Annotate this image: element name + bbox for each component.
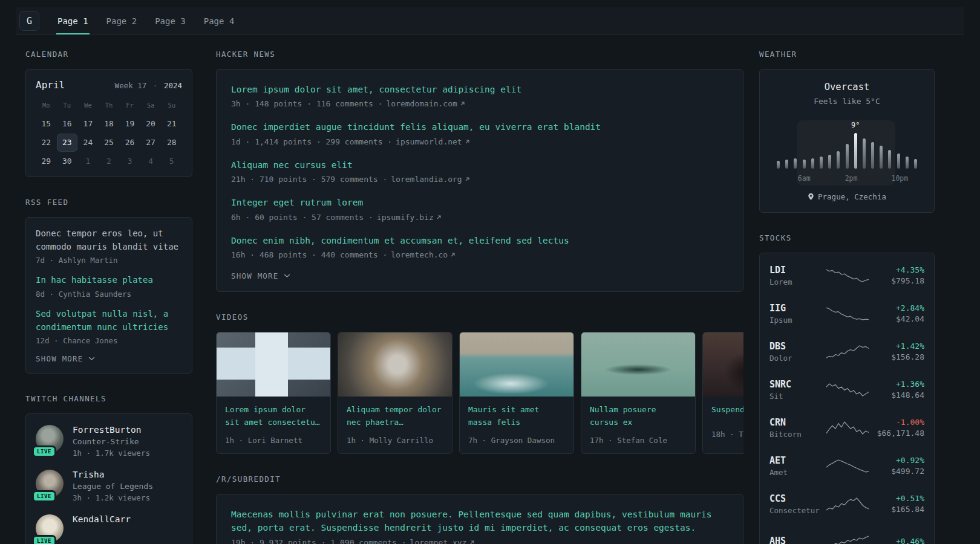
calendar-day: 26 bbox=[119, 134, 140, 152]
channel-info: Trisha League of Legends 3h · 1.2k viewe… bbox=[73, 470, 153, 502]
hackernews-item-title[interactable]: Integer eget rutrum lorem bbox=[231, 196, 728, 209]
hackernews-item-domain[interactable]: loremdomain.com bbox=[386, 99, 465, 108]
domain-text: loremlandia.org bbox=[391, 175, 462, 184]
external-link-icon bbox=[469, 540, 475, 544]
stocks-section-title: STOCKS bbox=[759, 233, 935, 243]
subreddit-post-meta: 19h · 9,932 points · 1,090 comments · lo… bbox=[231, 538, 728, 544]
weather-condition: Overcast bbox=[771, 82, 923, 92]
video-title[interactable]: Aliquam tempor dolor nec phaetra… bbox=[338, 397, 452, 430]
hackernews-item: Donec enim nibh, condimentum et accumsan… bbox=[231, 234, 728, 259]
video-title[interactable]: Nullam posuere cursus ex bbox=[581, 397, 695, 430]
twitch-channel[interactable]: LIVE KendallCarr bbox=[36, 514, 182, 542]
video-thumbnail[interactable] bbox=[460, 332, 573, 397]
video-card[interactable]: Lorem ipsum dolor sit amet consectetu… 1… bbox=[216, 332, 331, 454]
video-card[interactable]: Nullam posuere cursus ex 17h · Stefan Co… bbox=[581, 332, 696, 454]
video-title[interactable]: Mauris sit amet massa felis bbox=[460, 397, 573, 430]
hackernews-item-title[interactable]: Donec imperdiet augue tincidunt felis al… bbox=[231, 120, 728, 134]
weekday-label: Mo bbox=[36, 99, 57, 114]
calendar-day: 28 bbox=[161, 134, 182, 152]
subreddit-section: /R/SUBREDDIT Maecenas mollis pulvinar er… bbox=[216, 474, 743, 544]
channel-game: League of Legends bbox=[73, 482, 153, 491]
subreddit-post-domain[interactable]: loremnet.xyz bbox=[410, 538, 475, 544]
rss-item-title[interactable]: Sed volutpat nulla nisl, a condimentum n… bbox=[36, 308, 182, 334]
calendar-day-next-month: 4 bbox=[140, 152, 162, 170]
stock-sparkline bbox=[826, 497, 869, 511]
hackernews-item-domain[interactable]: ipsumworld.net bbox=[396, 137, 470, 146]
video-card[interactable]: Suspendisse diam 18h · Tara bbox=[702, 332, 743, 454]
video-title[interactable]: Lorem ipsum dolor sit amet consectetu… bbox=[217, 397, 330, 430]
middle-column: HACKER NEWS Lorem ipsum dolor sit amet, … bbox=[216, 50, 743, 544]
stock-change: +1.42% bbox=[869, 342, 924, 351]
hackernews-show-more-button[interactable]: SHOW MORE bbox=[231, 271, 728, 280]
stock-symbol: AHS bbox=[769, 536, 826, 544]
video-thumbnail[interactable] bbox=[338, 332, 452, 397]
calendar-day: 15 bbox=[36, 115, 57, 133]
hackernews-item-domain[interactable]: loremtech.co bbox=[391, 250, 456, 259]
twitch-channel[interactable]: LIVE ForrestBurton Counter-Strike 1h · 1… bbox=[36, 425, 182, 458]
calendar-section-title: CALENDAR bbox=[25, 50, 192, 59]
stock-row[interactable]: IIGIpsum +2.84%$42.04 bbox=[769, 294, 924, 332]
rss-item-title[interactable]: Donec tempor eros leo, ut commodo mauris… bbox=[36, 227, 182, 253]
stock-row[interactable]: LDILorem +4.35%$795.18 bbox=[769, 256, 924, 294]
hackernews-item-domain[interactable]: loremlandia.org bbox=[391, 175, 469, 184]
video-meta: 7h · Grayson Dawson bbox=[460, 430, 573, 453]
calendar-day: 19 bbox=[119, 115, 140, 133]
stock-sparkline bbox=[826, 268, 869, 283]
top-bar: G Page 1 Page 2 Page 3 Page 4 bbox=[16, 7, 964, 35]
hackernews-item-domain[interactable]: ipsumify.biz bbox=[377, 213, 442, 222]
video-title[interactable]: Suspendisse diam bbox=[703, 397, 743, 424]
stock-row[interactable]: SNRCSit +1.36%$148.64 bbox=[769, 371, 924, 409]
tab-page-2[interactable]: Page 2 bbox=[105, 7, 139, 34]
hackernews-item-title[interactable]: Donec enim nibh, condimentum et accumsan… bbox=[231, 234, 728, 247]
calendar-day: 22 bbox=[36, 134, 57, 152]
calendar-day-next-month: 3 bbox=[119, 152, 140, 170]
stock-price: $795.18 bbox=[869, 276, 924, 285]
stock-row[interactable]: CRNBitcorn -1.00%$66,171.48 bbox=[769, 409, 924, 447]
twitch-channel[interactable]: LIVE Trisha League of Legends 3h · 1.2k … bbox=[36, 470, 182, 502]
videos-row: Lorem ipsum dolor sit amet consectetu… 1… bbox=[216, 332, 743, 454]
stock-row[interactable]: AHS +0.46% bbox=[769, 523, 924, 544]
video-thumbnail[interactable] bbox=[581, 332, 695, 397]
hackernews-item: Aliquam nec cursus elit 21h · 710 points… bbox=[231, 158, 728, 184]
rss-section: RSS FEED Donec tempor eros leo, ut commo… bbox=[25, 198, 192, 374]
subreddit-post: Maecenas mollis pulvinar erat non posuer… bbox=[231, 508, 728, 544]
stock-row[interactable]: CCSConsectetur +0.51%$165.84 bbox=[769, 485, 924, 523]
calendar-day: 20 bbox=[140, 115, 162, 133]
calendar-week-year: Week 17 · 2024 bbox=[115, 81, 182, 90]
left-column: CALENDAR April Week 17 · 2024 Mo Tu We T… bbox=[25, 50, 192, 544]
app-logo[interactable]: G bbox=[19, 11, 39, 31]
tab-page-3[interactable]: Page 3 bbox=[154, 7, 187, 34]
domain-text: loremnet.xyz bbox=[410, 538, 467, 544]
video-thumbnail[interactable] bbox=[217, 332, 330, 397]
stock-change: +2.84% bbox=[869, 303, 924, 312]
stock-row[interactable]: DBSDolor +1.42%$156.28 bbox=[769, 332, 924, 371]
separator-dot: · bbox=[153, 81, 158, 90]
rss-show-more-button[interactable]: SHOW MORE bbox=[36, 354, 182, 363]
calendar-day: 29 bbox=[36, 152, 57, 170]
video-card[interactable]: Aliquam tempor dolor nec phaetra… 1h · M… bbox=[338, 332, 452, 454]
hackernews-item-title[interactable]: Lorem ipsum dolor sit amet, consectetur … bbox=[231, 83, 728, 96]
hackernews-item-title[interactable]: Aliquam nec cursus elit bbox=[231, 158, 728, 172]
live-badge: LIVE bbox=[34, 447, 54, 456]
page-tabs: Page 1 Page 2 Page 3 Page 4 bbox=[56, 7, 251, 34]
location-pin-icon bbox=[808, 193, 814, 201]
video-thumbnail[interactable] bbox=[703, 332, 743, 397]
stock-name: Consectetur bbox=[769, 506, 826, 515]
stock-row[interactable]: AETAmet +0.92%$499.72 bbox=[769, 447, 924, 485]
rss-item: In hac habitasse platea 8d · Cynthia Sau… bbox=[36, 274, 182, 299]
rss-item-meta: 7d · Ashlyn Martin bbox=[36, 256, 182, 265]
domain-text: loremtech.co bbox=[391, 250, 448, 259]
peak-temperature-label: 9° bbox=[851, 121, 860, 129]
page-content: CALENDAR April Week 17 · 2024 Mo Tu We T… bbox=[0, 50, 980, 544]
hackernews-section: HACKER NEWS Lorem ipsum dolor sit amet, … bbox=[216, 50, 743, 292]
channel-info: ForrestBurton Counter-Strike 1h · 1.7k v… bbox=[73, 425, 150, 458]
domain-text: loremdomain.com bbox=[386, 99, 457, 108]
tab-page-4[interactable]: Page 4 bbox=[203, 7, 236, 34]
hackernews-item-meta: 1d · 1,414 points · 299 comments · ipsum… bbox=[231, 137, 728, 146]
channel-avatar: LIVE bbox=[36, 514, 64, 542]
stock-sparkline bbox=[826, 459, 869, 473]
rss-item-title[interactable]: In hac habitasse platea bbox=[36, 274, 182, 287]
video-card[interactable]: Mauris sit amet massa felis 7h · Grayson… bbox=[459, 332, 574, 454]
subreddit-post-title[interactable]: Maecenas mollis pulvinar erat non posuer… bbox=[231, 508, 728, 535]
tab-page-1[interactable]: Page 1 bbox=[56, 7, 90, 34]
